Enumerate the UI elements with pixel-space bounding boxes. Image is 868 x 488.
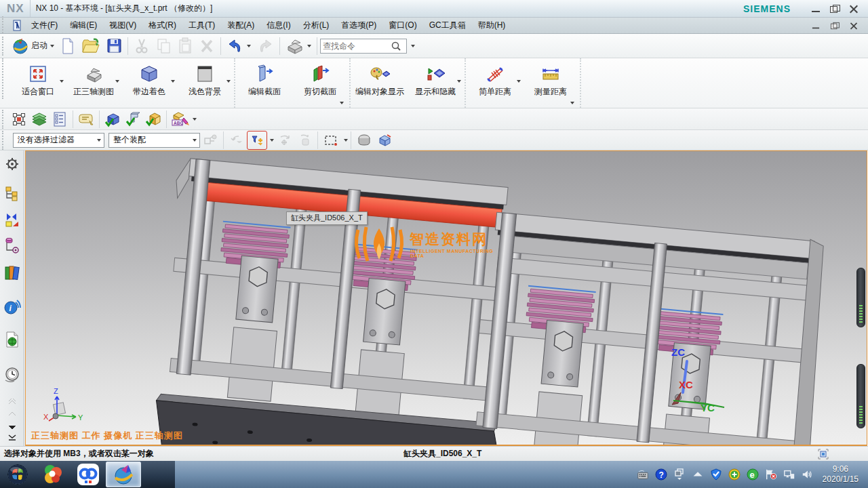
- graphics-window[interactable]: ZC XC YC Z Y X 智造资料网 INTELLI: [25, 150, 867, 446]
- show-hide-button[interactable]: 显示和隐藏: [408, 60, 463, 106]
- assembly-navigator-button[interactable]: [2, 186, 22, 202]
- simple-distance-button[interactable]: 简单距离: [467, 60, 523, 106]
- light-background-button[interactable]: 浅色背景: [177, 60, 233, 106]
- toolbar-grip[interactable]: [2, 58, 7, 99]
- app-netdisk-button[interactable]: [71, 461, 106, 488]
- chevron-down-icon[interactable]: [570, 102, 574, 104]
- fit-window-button[interactable]: 适合窗口: [10, 60, 66, 106]
- chevron-down-icon[interactable]: [517, 80, 521, 83]
- new-file-button[interactable]: [58, 36, 78, 56]
- security-shield-icon[interactable]: [710, 468, 722, 481]
- toolbar-grip[interactable]: [2, 131, 7, 150]
- chevron-down-icon[interactable]: [411, 45, 415, 47]
- taskbar-clock[interactable]: 9:06 2020/1/15: [820, 464, 863, 485]
- clip-section-button[interactable]: 剪切截面: [292, 60, 348, 106]
- shaded-with-edges-button[interactable]: 带边着色: [121, 60, 177, 106]
- wireframe-cube-button[interactable]: [374, 131, 395, 150]
- network-icon[interactable]: [783, 468, 795, 481]
- antivirus-plus-icon[interactable]: [728, 468, 741, 481]
- reuse-library-button[interactable]: [2, 264, 22, 281]
- shaded-tool-button[interactable]: [354, 131, 374, 150]
- find-command-box[interactable]: [320, 39, 407, 54]
- close-icon[interactable]: [849, 5, 859, 13]
- menu-gc-toolbox[interactable]: GC工具箱: [423, 18, 472, 33]
- chevron-down-icon[interactable]: [193, 139, 197, 142]
- touch-info-button[interactable]: i: [2, 298, 22, 316]
- clip-slider-upper[interactable]: [856, 268, 865, 327]
- menu-edit[interactable]: 编辑(E): [64, 18, 103, 33]
- find-command-input[interactable]: [323, 41, 391, 51]
- web-browser-button[interactable]: [2, 331, 22, 348]
- menu-window[interactable]: 窗口(O): [382, 18, 422, 33]
- volume-icon[interactable]: [802, 468, 814, 481]
- menu-assembly[interactable]: 装配(A): [221, 18, 260, 33]
- layer-settings-button[interactable]: [50, 110, 70, 129]
- edit-attributes-button[interactable]: ABC: [170, 110, 190, 129]
- chevron-down-icon[interactable]: [247, 45, 251, 47]
- chevron-down-icon[interactable]: [115, 80, 119, 83]
- doc-restore-icon[interactable]: [831, 22, 839, 28]
- window-restore-tray-icon[interactable]: [673, 468, 686, 481]
- app-sogou-button[interactable]: [35, 461, 71, 488]
- help-question-icon[interactable]: ?: [655, 468, 667, 481]
- action-center-flag-icon[interactable]: [765, 468, 777, 481]
- chevron-down-icon[interactable]: [344, 139, 348, 142]
- menu-view[interactable]: 视图(V): [103, 18, 142, 33]
- scroll-bottom-button[interactable]: [2, 430, 22, 446]
- menu-info[interactable]: 信息(I): [260, 18, 296, 33]
- doc-close-icon[interactable]: [850, 22, 858, 28]
- app-nx-button[interactable]: [106, 462, 141, 487]
- chevron-down-icon[interactable]: [60, 80, 64, 83]
- chevron-down-icon[interactable]: [307, 45, 311, 47]
- chevron-down-icon[interactable]: [457, 80, 461, 83]
- move-component-button[interactable]: [9, 110, 29, 129]
- keyboard-icon[interactable]: [637, 468, 649, 481]
- edit-section-button[interactable]: 编辑截面: [237, 60, 292, 106]
- check-part-button[interactable]: [102, 110, 123, 129]
- rectangle-select-button[interactable]: [321, 131, 341, 150]
- undo-button[interactable]: [224, 36, 253, 56]
- toolbar-grip[interactable]: [2, 37, 7, 56]
- toolbar-grip[interactable]: [2, 110, 7, 129]
- menu-preferences[interactable]: 首选项(P): [335, 18, 382, 33]
- menu-help[interactable]: 帮助(H): [472, 18, 512, 33]
- menu-tools[interactable]: 工具(T): [182, 18, 221, 33]
- menu-analysis[interactable]: 分析(L): [297, 18, 336, 33]
- view-operations-button[interactable]: [283, 36, 313, 56]
- measure-distance-button[interactable]: 测量距离: [523, 60, 578, 106]
- minimize-icon[interactable]: [811, 5, 821, 13]
- cad-model-fixture[interactable]: ZC XC YC Z Y X: [26, 151, 867, 446]
- chevron-down-icon[interactable]: [97, 139, 101, 142]
- browser-e-icon[interactable]: e: [747, 468, 759, 481]
- restore-icon[interactable]: [830, 5, 840, 13]
- layer-stack-button[interactable]: [29, 110, 50, 129]
- menu-format[interactable]: 格式(R): [142, 18, 182, 33]
- chevron-down-icon[interactable]: [193, 118, 197, 121]
- edit-object-display-button[interactable]: 编辑对象显示: [352, 60, 408, 106]
- doc-minimize-icon[interactable]: [812, 22, 820, 28]
- toolbar-grip[interactable]: [2, 16, 7, 35]
- constraint-navigator-button[interactable]: [2, 211, 22, 228]
- search-icon[interactable]: [391, 41, 401, 52]
- part-navigator-button[interactable]: [2, 237, 22, 253]
- menu-file[interactable]: 文件(F): [25, 18, 64, 33]
- chevron-down-icon[interactable]: [171, 80, 175, 83]
- check-assembly-button[interactable]: [143, 110, 163, 129]
- start-button[interactable]: [0, 461, 35, 488]
- save-button[interactable]: [104, 36, 124, 56]
- chevron-down-icon[interactable]: [50, 45, 54, 47]
- roles-button[interactable]: [2, 156, 22, 172]
- selection-scope-dropdown[interactable]: 整个装配: [108, 133, 200, 148]
- filter-plus-button[interactable]: [247, 131, 267, 150]
- chevron-down-icon[interactable]: [226, 80, 231, 83]
- open-button[interactable]: [79, 36, 102, 56]
- show-hidden-icons-button[interactable]: [692, 468, 704, 481]
- check-tool-button[interactable]: [123, 110, 143, 129]
- start-button[interactable]: 启动: [9, 36, 56, 56]
- selection-filter-dropdown[interactable]: 没有选择过滤器: [13, 133, 104, 148]
- trimetric-view-button[interactable]: 正三轴测图: [66, 60, 121, 106]
- chevron-down-icon[interactable]: [340, 102, 344, 104]
- clip-slider-lower[interactable]: [856, 364, 865, 428]
- history-button[interactable]: [2, 366, 22, 384]
- selection-preview-icon[interactable]: [818, 449, 829, 460]
